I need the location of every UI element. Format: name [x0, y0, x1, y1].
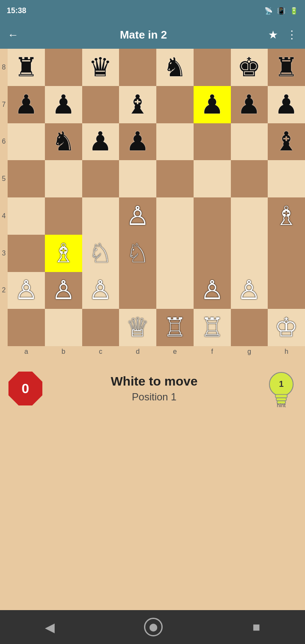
back-button[interactable]: ← [8, 28, 19, 42]
file-label-d: d [119, 346, 156, 357]
cell-c3[interactable]: ♘ [82, 235, 119, 272]
cell-b8[interactable] [45, 49, 82, 86]
piece-bP-b7: ♟ [52, 92, 75, 118]
back-nav-button[interactable]: ◀ [45, 620, 55, 635]
cell-h2[interactable] [268, 272, 305, 309]
home-nav-button[interactable]: ⬤ [144, 618, 163, 636]
cell-h3[interactable] [268, 235, 305, 272]
rank-2: ♙ ♙ ♙ ♙ ♙ [8, 272, 305, 309]
file-labels: a b c d e f g h [8, 346, 305, 357]
cell-d3[interactable]: ♘ [119, 235, 156, 272]
bottom-nav: ◀ ⬤ ■ [0, 610, 305, 644]
cell-a6[interactable] [8, 123, 45, 161]
cell-e7[interactable] [156, 86, 194, 123]
cell-c7[interactable] [82, 86, 119, 123]
cell-g2[interactable]: ♙ [231, 272, 268, 309]
cell-f6[interactable] [194, 123, 231, 161]
cell-d4[interactable]: ♙ [119, 197, 156, 235]
rank-6: ♞ ♟ ♟ ♝ [8, 123, 305, 161]
svg-rect-2 [276, 398, 286, 401]
cell-e2[interactable] [156, 272, 194, 309]
cell-d2[interactable] [119, 272, 156, 309]
cell-b5[interactable] [45, 160, 82, 197]
cell-h4[interactable]: ♗ [268, 197, 305, 235]
cell-h8[interactable]: ♜ [268, 49, 305, 86]
cell-f5[interactable] [194, 160, 231, 197]
piece-wB-b3: ♗ [52, 240, 75, 266]
cell-a2[interactable]: ♙ [8, 272, 45, 309]
file-label-g: g [231, 346, 268, 357]
cell-a4[interactable] [8, 197, 45, 235]
cell-f1[interactable]: ♖ [194, 309, 231, 346]
cell-f7-highlight[interactable]: ♟ [194, 86, 231, 123]
rank-label-2: 2 [0, 286, 8, 294]
piece-bN-b6: ♞ [52, 128, 75, 155]
cell-c8[interactable]: ♛ [82, 49, 119, 86]
piece-bP-c6: ♟ [89, 128, 112, 155]
piece-bP-h7: ♟ [274, 92, 298, 118]
menu-button[interactable]: ⋮ [286, 28, 297, 42]
rank-2-row: 2 ♙ ♙ ♙ ♙ ♙ [0, 272, 305, 309]
svg-text:hint: hint [277, 402, 286, 407]
cell-e3[interactable] [156, 235, 194, 272]
cell-g4[interactable] [231, 197, 268, 235]
cast-icon: 📡 [264, 7, 273, 15]
cell-b6[interactable]: ♞ [45, 123, 82, 161]
cell-e1[interactable]: ♖ [156, 309, 194, 346]
cell-c2[interactable]: ♙ [82, 272, 119, 309]
cell-d7[interactable]: ♝ [119, 86, 156, 123]
cell-c1[interactable] [82, 309, 119, 346]
cell-h1[interactable]: ♔ [268, 309, 305, 346]
cell-c4[interactable] [82, 197, 119, 235]
cell-g7[interactable]: ♟ [231, 86, 268, 123]
cell-f8[interactable] [194, 49, 231, 86]
cell-e6[interactable] [156, 123, 194, 161]
cell-a5[interactable] [8, 160, 45, 197]
cell-g3[interactable] [231, 235, 268, 272]
cell-d6[interactable]: ♟ [119, 123, 156, 161]
cell-g6[interactable] [231, 123, 268, 161]
cell-d8[interactable] [119, 49, 156, 86]
cell-e8[interactable]: ♞ [156, 49, 194, 86]
cell-b1[interactable] [45, 309, 82, 346]
file-label-h: h [268, 346, 305, 357]
hint-badge[interactable]: 1 hint [266, 370, 297, 407]
cell-b3-highlight[interactable]: ♗ [45, 235, 82, 272]
cell-f2[interactable]: ♙ [194, 272, 231, 309]
status-time: 15:38 [7, 6, 26, 15]
rank-label-7: 7 [0, 101, 8, 108]
cell-g1[interactable] [231, 309, 268, 346]
cell-h6[interactable]: ♝ [268, 123, 305, 161]
cell-g5[interactable] [231, 160, 268, 197]
cell-b4[interactable] [45, 197, 82, 235]
file-label-b: b [45, 346, 82, 357]
cell-e4[interactable] [156, 197, 194, 235]
cell-a1[interactable] [8, 309, 45, 346]
piece-bB-d7: ♝ [126, 92, 150, 118]
cell-h5[interactable] [268, 160, 305, 197]
cell-f3[interactable] [194, 235, 231, 272]
recent-nav-button[interactable]: ■ [252, 620, 260, 634]
cell-a7[interactable]: ♟ [8, 86, 45, 123]
piece-bB-h6: ♝ [274, 128, 298, 155]
cell-b2[interactable]: ♙ [45, 272, 82, 309]
cell-f4[interactable] [194, 197, 231, 235]
battery-icon: 🔋 [290, 7, 298, 15]
cell-h7[interactable]: ♟ [268, 86, 305, 123]
cell-a3[interactable] [8, 235, 45, 272]
piece-wP-d4: ♙ [126, 203, 150, 229]
page-title: Mate in 2 [120, 28, 167, 42]
cell-e5[interactable] [156, 160, 194, 197]
cell-d5[interactable] [119, 160, 156, 197]
star-button[interactable]: ★ [268, 28, 278, 42]
cell-c5[interactable] [82, 160, 119, 197]
board-with-labels: 8 ♜ ♛ ♞ ♚ ♜ 7 ♟ ♟ ♝ ♟ ♟ ♟ [0, 49, 305, 357]
hint-bulb-icon[interactable]: 1 hint [266, 370, 297, 407]
cell-a8[interactable]: ♜ [8, 49, 45, 86]
score-badge: 0 [8, 372, 42, 405]
cell-b7[interactable]: ♟ [45, 86, 82, 123]
cell-g8[interactable]: ♚ [231, 49, 268, 86]
cell-d1[interactable]: ♕ [119, 309, 156, 346]
rank-6-row: 6 ♞ ♟ ♟ ♝ [0, 123, 305, 161]
cell-c6[interactable]: ♟ [82, 123, 119, 161]
